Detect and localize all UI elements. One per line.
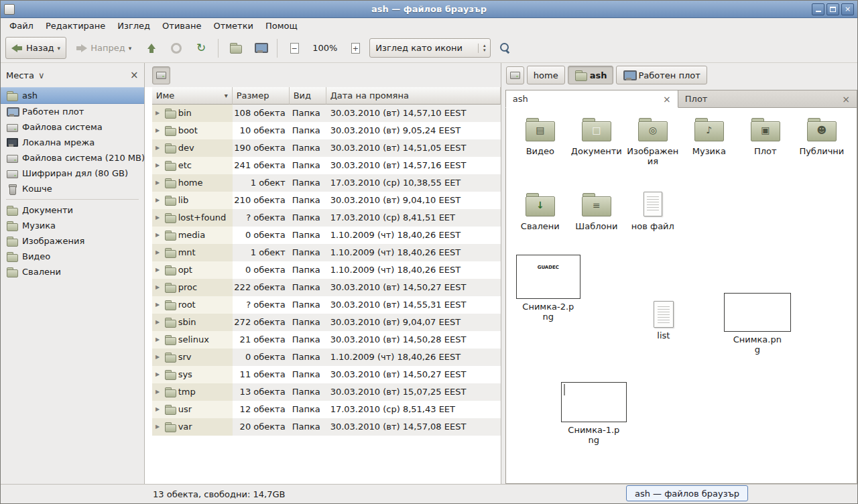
menu-item[interactable]: Помощ: [259, 19, 304, 33]
zoom-in-button[interactable]: +: [345, 37, 366, 59]
column-header-name[interactable]: Име ▾: [152, 87, 233, 105]
file-row[interactable]: srv 0 обекта Папка 1.10.2009 (чт) 18,40,…: [152, 349, 501, 366]
places-close-button[interactable]: ×: [130, 69, 139, 81]
expander-icon[interactable]: [154, 296, 162, 314]
close-button[interactable]: ×: [841, 3, 854, 15]
up-button[interactable]: [141, 37, 162, 59]
places-item[interactable]: Документи: [1, 202, 144, 218]
file-row[interactable]: sbin 272 обекта Папка 30.03.2010 (вт) 9,…: [152, 314, 501, 331]
file-item-list[interactable]: list: [633, 301, 694, 340]
back-button[interactable]: Назад ▾: [5, 37, 66, 59]
file-item-snimka[interactable]: GNOME Store Снимка.png: [720, 293, 795, 355]
icon-view-item[interactable]: Музика: [683, 116, 735, 166]
column-header-type[interactable]: Вид: [290, 87, 326, 105]
expander-icon[interactable]: [154, 366, 162, 383]
home-button[interactable]: [225, 37, 246, 59]
expander-icon[interactable]: [154, 279, 162, 296]
file-item-snimka1[interactable]: Снимка-1.png: [556, 382, 631, 445]
icon-view-item[interactable]: Видео: [514, 116, 566, 166]
expander-icon[interactable]: [154, 192, 162, 209]
places-item[interactable]: Локална мрежа: [1, 135, 144, 150]
forward-button[interactable]: Напред ▾: [70, 37, 137, 59]
expander-icon[interactable]: [154, 157, 162, 174]
tab-ash[interactable]: ash ×: [505, 90, 678, 108]
column-header-date[interactable]: Дата на промяна: [326, 87, 501, 105]
expander-icon[interactable]: [154, 122, 162, 139]
menu-item[interactable]: Изглед: [111, 19, 156, 33]
file-row[interactable]: usr 12 обекта Папка 17.03.2010 (ср) 8,51…: [152, 401, 501, 418]
file-row[interactable]: selinux 21 обекта Папка 30.03.2010 (вт) …: [152, 331, 501, 349]
expander-icon[interactable]: [154, 174, 162, 192]
icon-view-item[interactable]: Публични: [796, 116, 848, 166]
pathbar-crumb-ash[interactable]: ash: [568, 66, 614, 84]
search-button[interactable]: [494, 37, 515, 59]
tab-close-icon[interactable]: ×: [842, 94, 850, 104]
icon-view-item[interactable]: Свалени: [514, 191, 566, 231]
file-row[interactable]: boot 10 обекта Папка 30.03.2010 (вт) 9,0…: [152, 122, 501, 139]
expander-icon[interactable]: [154, 401, 162, 418]
file-row[interactable]: mnt 1 обект Папка 1.10.2009 (чт) 18,40,2…: [152, 244, 501, 261]
expander-icon[interactable]: [154, 209, 162, 227]
expander-icon[interactable]: [154, 227, 162, 244]
file-row[interactable]: root ? обекта Папка 30.03.2010 (вт) 14,5…: [152, 296, 501, 314]
computer-button[interactable]: [249, 37, 271, 59]
places-item[interactable]: Музика: [1, 218, 144, 233]
expander-icon[interactable]: [154, 418, 162, 436]
menu-item[interactable]: Редактиране: [40, 19, 111, 33]
file-row[interactable]: var 20 обекта Папка 30.03.2010 (вт) 14,5…: [152, 418, 501, 436]
window-list-button[interactable]: ash — файлов браузър: [626, 485, 748, 501]
pathbar-crumb-desktop[interactable]: Работен плот: [616, 66, 707, 84]
icon-view-item[interactable]: Шаблони: [570, 191, 623, 231]
file-row[interactable]: opt 0 обекта Папка 1.10.2009 (чт) 18,40,…: [152, 261, 501, 279]
stop-button[interactable]: [166, 37, 187, 59]
menu-item[interactable]: Отметки: [207, 19, 259, 33]
places-item[interactable]: Изображения: [1, 233, 144, 249]
menu-item[interactable]: Отиване: [156, 19, 207, 33]
tab-desktop[interactable]: Плот ×: [678, 90, 857, 108]
zoom-out-button[interactable]: −: [284, 37, 305, 59]
file-row[interactable]: tmp 13 обекта Папка 30.03.2010 (вт) 15,0…: [152, 383, 501, 401]
places-item[interactable]: Свалени: [1, 264, 144, 279]
expander-icon[interactable]: [154, 105, 162, 122]
file-row[interactable]: media 0 обекта Папка 1.10.2009 (чт) 18,4…: [152, 227, 501, 244]
expander-icon[interactable]: [154, 349, 162, 366]
file-row[interactable]: lib 210 обекта Папка 30.03.2010 (вт) 9,0…: [152, 192, 501, 209]
view-mode-dropdown[interactable]: Изглед като икони ▴▾: [369, 38, 491, 58]
places-item[interactable]: ash: [1, 87, 144, 104]
pathbar-crumb-home[interactable]: home: [527, 66, 565, 84]
file-row[interactable]: dev 190 обекта Папка 30.03.2010 (вт) 14,…: [152, 139, 501, 157]
expander-icon[interactable]: [154, 314, 162, 331]
file-row[interactable]: sys 11 обекта Папка 30.03.2010 (вт) 14,5…: [152, 366, 501, 383]
expander-icon[interactable]: [154, 139, 162, 157]
places-item[interactable]: Работен плот: [1, 104, 144, 119]
icon-view-item[interactable]: нов файл: [627, 191, 679, 231]
places-item[interactable]: Файлова система: [1, 119, 144, 135]
places-item[interactable]: [1, 196, 144, 202]
places-item[interactable]: Шифриран дял (80 GB): [1, 166, 144, 181]
icon-view-item[interactable]: Документи: [570, 116, 623, 166]
menu-item[interactable]: Файл: [3, 19, 40, 33]
file-row[interactable]: bin 108 обекта Папка 30.03.2010 (вт) 14,…: [152, 105, 501, 122]
places-item[interactable]: Кошче: [1, 181, 144, 196]
icon-view-item[interactable]: Изображения: [627, 116, 679, 166]
expander-icon[interactable]: [154, 383, 162, 401]
expander-icon[interactable]: [154, 331, 162, 349]
tab-close-icon[interactable]: ×: [663, 94, 671, 104]
root-drive-button[interactable]: [506, 66, 524, 84]
file-row[interactable]: lost+found ? обекта Папка 17.03.2010 (ср…: [152, 209, 501, 227]
reload-button[interactable]: ↻: [190, 37, 212, 59]
icon-view-item[interactable]: Плот: [739, 116, 792, 166]
file-row[interactable]: proc 222 обекта Папка 30.03.2010 (вт) 14…: [152, 279, 501, 296]
file-row[interactable]: home 1 обект Папка 17.03.2010 (ср) 10,38…: [152, 174, 501, 192]
expander-icon[interactable]: [154, 244, 162, 261]
column-header-size[interactable]: Размер: [233, 87, 290, 105]
root-drive-button[interactable]: [152, 66, 170, 84]
titlebar[interactable]: ash — файлов браузър ×: [1, 1, 857, 18]
chevron-down-icon[interactable]: ▾: [58, 45, 61, 52]
file-row[interactable]: etc 241 обекта Папка 30.03.2010 (вт) 14,…: [152, 157, 501, 174]
expander-icon[interactable]: [154, 261, 162, 279]
places-dropdown-icon[interactable]: ∨: [38, 70, 45, 80]
minimize-button[interactable]: [812, 3, 824, 15]
maximize-button[interactable]: [826, 3, 839, 15]
file-item-snimka2[interactable]: GUADEC Снимка-2.png: [511, 255, 585, 322]
